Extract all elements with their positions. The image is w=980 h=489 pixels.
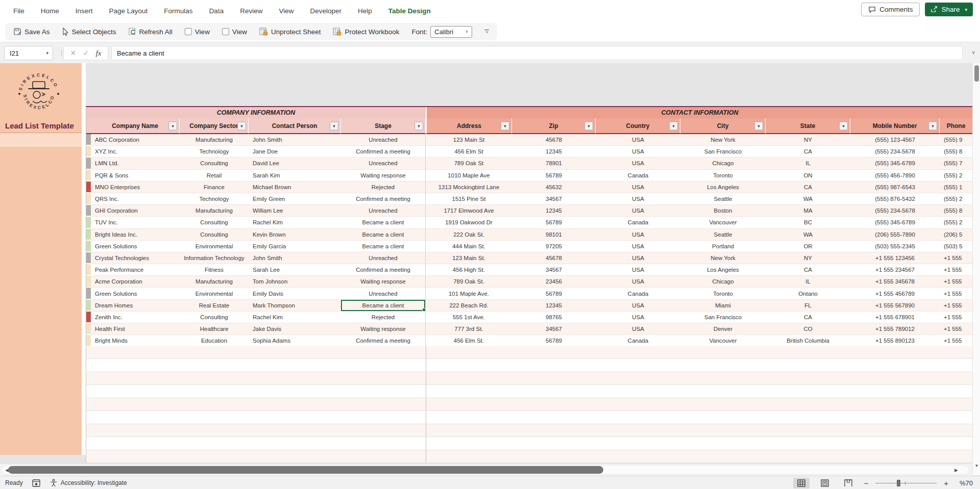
cell-state[interactable]: WA: [766, 193, 850, 205]
cell-mobile[interactable]: +1 555 890123: [850, 335, 940, 347]
filter-button-mobile[interactable]: ▾: [928, 121, 937, 130]
cell-mobile[interactable]: +1 555 123456: [850, 252, 940, 264]
cell-contact[interactable]: Tom Johnson: [249, 276, 341, 288]
filter-button-address[interactable]: ▾: [501, 121, 509, 130]
cell-sector[interactable]: Technology: [180, 146, 249, 158]
filter-button-stage[interactable]: ▾: [414, 121, 423, 130]
cell-phone[interactable]: +1 555: [940, 288, 973, 299]
cell-address[interactable]: 222 Beach Rd.: [426, 300, 512, 312]
cell-zip[interactable]: 56789: [512, 288, 596, 299]
cell-company[interactable]: PQR & Sons: [91, 170, 180, 182]
horizontal-scrollbar-thumb[interactable]: [8, 466, 603, 474]
filter-button-city[interactable]: ▾: [754, 121, 763, 130]
cell-sector[interactable]: Environmental: [180, 241, 249, 252]
menu-home[interactable]: Home: [41, 7, 59, 15]
cell-zip[interactable]: 56789: [512, 170, 596, 182]
empty-row[interactable]: [86, 437, 972, 450]
cell-contact[interactable]: William Lee: [249, 205, 341, 217]
cell-phone[interactable]: (206) 5: [940, 229, 973, 241]
cell-contact[interactable]: Sarah Kim: [249, 170, 341, 182]
empty-row[interactable]: [86, 398, 972, 411]
cell-state[interactable]: CA: [766, 146, 850, 158]
cell-country[interactable]: USA: [596, 312, 680, 323]
cell-phone[interactable]: (555) 7: [940, 158, 973, 169]
cell-phone[interactable]: (555) 1: [940, 182, 973, 193]
cell-sector[interactable]: Technology: [180, 193, 249, 205]
name-box[interactable]: I21 ▾: [4, 46, 53, 60]
cell-stage[interactable]: Unreached: [341, 205, 426, 217]
page-break-view-button[interactable]: [840, 478, 856, 488]
cell-mobile[interactable]: (206) 555-7890: [850, 229, 940, 241]
cell-sector[interactable]: Consulting: [180, 217, 249, 228]
cell-city[interactable]: Vancouver: [680, 217, 766, 228]
protect-workbook-button[interactable]: Protect Workbook: [333, 28, 399, 36]
cell-zip[interactable]: 56789: [512, 335, 596, 347]
comments-button[interactable]: Comments: [861, 3, 920, 16]
cell-sector[interactable]: Manufacturing: [180, 134, 249, 146]
vertical-scrollbar-thumb[interactable]: [974, 65, 979, 82]
cell-country[interactable]: USA: [596, 158, 680, 169]
cell-country[interactable]: USA: [596, 241, 680, 252]
cell-phone[interactable]: (555) 9: [940, 134, 973, 146]
ribbon-collapse-button[interactable]: ˅: [484, 30, 489, 34]
cell-contact[interactable]: Michael Brown: [249, 182, 341, 193]
cell-city[interactable]: Boston: [680, 205, 766, 217]
cell-city[interactable]: Miami: [680, 300, 766, 312]
cell-country[interactable]: Canada: [596, 217, 680, 228]
cell-zip[interactable]: 34567: [512, 193, 596, 205]
cell-stage[interactable]: Rejected: [341, 182, 426, 193]
cell-zip[interactable]: 98101: [512, 229, 596, 241]
cell-state[interactable]: FL: [766, 300, 850, 312]
cell-stage[interactable]: Unreached: [341, 158, 426, 169]
cell-city[interactable]: Vancouver: [680, 335, 766, 347]
cell-state[interactable]: BC: [766, 217, 850, 228]
cell-sector[interactable]: Finance: [180, 182, 249, 193]
cell-sector[interactable]: Retail: [180, 170, 249, 182]
cell-company[interactable]: Green Solutions: [91, 241, 180, 252]
cell-country[interactable]: USA: [596, 276, 680, 288]
cell-contact[interactable]: John Smith: [249, 134, 341, 146]
cell-address[interactable]: 555 1st Ave.: [426, 312, 512, 323]
cell-stage[interactable]: Confirmed a meeting: [341, 335, 426, 347]
cell-zip[interactable]: 56789: [512, 217, 596, 228]
cell-stage[interactable]: Unreached: [341, 252, 426, 264]
cell-country[interactable]: USA: [596, 193, 680, 205]
cell-sector[interactable]: Consulting: [180, 312, 249, 323]
cell-city[interactable]: Portland: [680, 241, 766, 252]
cell-mobile[interactable]: +1 555 345678: [850, 276, 940, 288]
cell-stage[interactable]: Waiting response: [341, 276, 426, 288]
cell-contact[interactable]: Jane Doe: [249, 146, 341, 158]
cell-sector[interactable]: Manufacturing: [180, 205, 249, 217]
cell-company[interactable]: Dream Homes: [91, 300, 180, 312]
cell-contact[interactable]: Sophia Adams: [249, 335, 341, 347]
cell-phone[interactable]: +1 555: [940, 252, 973, 264]
cell-state[interactable]: NY: [766, 134, 850, 146]
cell-state[interactable]: ON: [766, 170, 850, 182]
cell-country[interactable]: USA: [596, 146, 680, 158]
cell-sector[interactable]: Fitness: [180, 264, 249, 276]
empty-row[interactable]: [86, 450, 972, 463]
cell-address[interactable]: 789 Oak St: [426, 158, 512, 169]
horizontal-scrollbar[interactable]: ◀ ▶: [0, 464, 972, 476]
cell-country[interactable]: USA: [596, 229, 680, 241]
cell-city[interactable]: San Francisco: [680, 312, 766, 323]
normal-view-button[interactable]: [793, 478, 810, 488]
cell-zip[interactable]: 45632: [512, 182, 596, 193]
cell-phone[interactable]: +1 555: [940, 312, 973, 323]
cell-state[interactable]: CA: [766, 312, 850, 323]
cell-address[interactable]: 777 3rd St.: [426, 323, 512, 335]
share-chevron-icon[interactable]: ▾: [965, 7, 967, 12]
cell-zip[interactable]: 34567: [512, 264, 596, 276]
cell-state[interactable]: WA: [766, 229, 850, 241]
cell-stage[interactable]: Confirmed a meeting: [341, 193, 426, 205]
cell-state[interactable]: OR: [766, 241, 850, 252]
cell-state[interactable]: MA: [766, 205, 850, 217]
cell-stage[interactable]: Became a client: [341, 217, 426, 228]
unprotect-sheet-button[interactable]: Unprotect Sheet: [259, 28, 321, 36]
cell-address[interactable]: 1010 Maple Ave: [426, 170, 512, 182]
cell-contact[interactable]: Kevin Brown: [249, 229, 341, 241]
cell-address[interactable]: 101 Maple Ave.: [426, 288, 512, 299]
cell-contact[interactable]: Rachel Kim: [249, 312, 341, 323]
cell-city[interactable]: Seattle: [680, 229, 766, 241]
cell-sector[interactable]: Consulting: [180, 229, 249, 241]
